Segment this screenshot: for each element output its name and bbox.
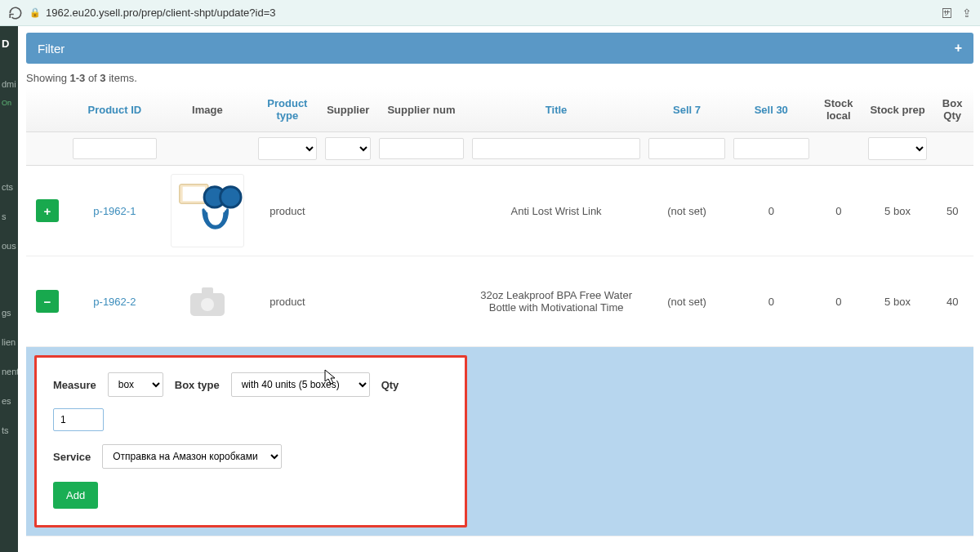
lock-icon: 🔒 — [29, 7, 41, 18]
translate-icon[interactable]: ⁠🈂 — [941, 7, 952, 20]
url-text[interactable]: 1962.eu20.ysell.pro/prep/client-shpt/upd… — [46, 7, 941, 19]
reload-icon[interactable] — [8, 6, 23, 20]
browser-address-bar: 🔒 1962.eu20.ysell.pro/prep/client-shpt/u… — [0, 0, 980, 26]
share-icon[interactable]: ⇪ — [962, 7, 972, 20]
